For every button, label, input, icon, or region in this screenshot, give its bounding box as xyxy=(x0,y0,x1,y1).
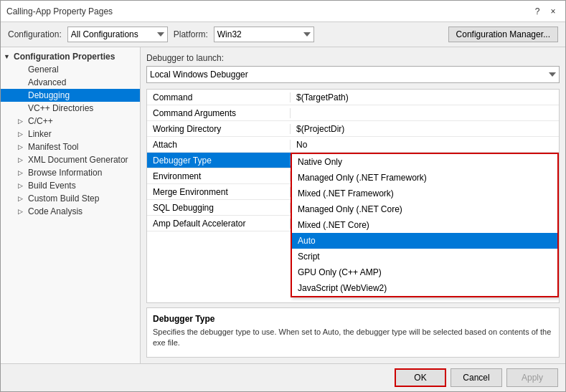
dropdown-option-auto[interactable]: Auto xyxy=(292,233,557,249)
right-panel: Debugger to launch: Local Windows Debugg… xyxy=(141,47,565,363)
prop-val: No xyxy=(291,140,559,150)
title-bar-controls: ? × xyxy=(531,5,560,18)
prop-val: $(TargetPath) xyxy=(291,92,559,102)
expand-arrow: ▷ xyxy=(18,118,28,125)
platform-select[interactable]: Win32 xyxy=(214,27,314,42)
dropdown-option-native-only[interactable]: Native Only xyxy=(292,154,557,170)
title-bar: Calling-App Property Pages ? × xyxy=(1,1,565,22)
sidebar-item-label: C/C++ xyxy=(28,116,53,126)
dropdown-option-javascript-webview2[interactable]: JavaScript (WebView2) xyxy=(292,280,557,296)
sidebar-item-label: General xyxy=(28,64,59,75)
prop-val: $(ProjectDir) xyxy=(291,124,559,134)
prop-key: SQL Debugging xyxy=(147,203,291,213)
prop-key: Command xyxy=(147,92,291,102)
sidebar-item-code-analysis[interactable]: ▷ Code Analysis xyxy=(1,205,140,218)
table-row[interactable]: Attach No xyxy=(147,137,559,153)
help-button[interactable]: ? xyxy=(531,5,544,18)
sidebar-item-label: Code Analysis xyxy=(28,206,82,216)
sidebar-item-linker[interactable]: ▷ Linker xyxy=(1,128,140,140)
sidebar-item-label: Manifest Tool xyxy=(28,142,78,152)
sidebar: ▼ Configuration Properties General Advan… xyxy=(1,47,141,363)
expand-arrow: ▷ xyxy=(18,208,28,215)
dialog-title: Calling-App Property Pages xyxy=(6,6,113,16)
prop-key: Debugger Type xyxy=(147,156,291,166)
dropdown-option-managed-net-framework[interactable]: Managed Only (.NET Framework) xyxy=(292,170,557,186)
dropdown-option-gpu-only[interactable]: GPU Only (C++ AMP) xyxy=(292,264,557,280)
dropdown-option-mixed-net-framework[interactable]: Mixed (.NET Framework) xyxy=(292,186,557,201)
debugger-launch-select[interactable]: Local Windows Debugger xyxy=(146,66,560,83)
close-button[interactable]: × xyxy=(547,5,560,18)
table-row[interactable]: Command $(TargetPath) xyxy=(147,90,559,105)
sidebar-item-manifest-tool[interactable]: ▷ Manifest Tool xyxy=(1,140,140,153)
prop-key: Attach xyxy=(147,140,291,150)
prop-key: Environment xyxy=(147,171,291,181)
sidebar-item-label: Configuration Properties xyxy=(14,52,115,62)
desc-text: Specifies the debugger type to use. When… xyxy=(153,327,553,349)
dropdown-option-managed-net-core[interactable]: Managed Only (.NET Core) xyxy=(292,201,557,217)
expand-arrow: ▷ xyxy=(18,169,28,176)
description-panel: Debugger Type Specifies the debugger typ… xyxy=(146,307,560,358)
expand-arrow: ▷ xyxy=(18,143,28,150)
prop-key: Working Directory xyxy=(147,124,291,134)
debugger-launch-label: Debugger to launch: xyxy=(146,53,560,63)
bottom-bar: OK Cancel Apply xyxy=(1,363,565,391)
sidebar-item-label: Custom Build Step xyxy=(28,193,99,204)
sidebar-item-label: Linker xyxy=(28,129,52,139)
sidebar-item-build-events[interactable]: ▷ Build Events xyxy=(1,179,140,192)
sidebar-item-general[interactable]: General xyxy=(1,63,140,76)
sidebar-item-browse-info[interactable]: ▷ Browse Information xyxy=(1,166,140,179)
table-row[interactable]: Working Directory $(ProjectDir) xyxy=(147,121,559,137)
desc-title: Debugger Type xyxy=(153,314,553,324)
properties-table: Command $(TargetPath) Command Arguments … xyxy=(146,89,560,303)
expand-arrow: ▷ xyxy=(18,130,28,138)
dropdown-option-script[interactable]: Script xyxy=(292,249,557,264)
config-bar: Configuration: All Configurations Platfo… xyxy=(1,22,565,47)
expand-arrow: ▷ xyxy=(18,195,28,202)
expand-arrow: ▼ xyxy=(4,53,14,60)
main-content: ▼ Configuration Properties General Advan… xyxy=(1,47,565,363)
expand-arrow: ▷ xyxy=(18,182,28,189)
prop-key: Merge Environment xyxy=(147,187,291,197)
table-row[interactable]: Command Arguments xyxy=(147,105,559,121)
cancel-button[interactable]: Cancel xyxy=(451,368,502,387)
sidebar-item-advanced[interactable]: Advanced xyxy=(1,76,140,89)
configuration-select[interactable]: All Configurations xyxy=(67,27,168,42)
sidebar-item-label: Browse Information xyxy=(28,168,102,178)
sidebar-item-c-cpp[interactable]: ▷ C/C++ xyxy=(1,115,140,128)
sidebar-item-xml-doc-generator[interactable]: ▷ XML Document Generator xyxy=(1,153,140,166)
sidebar-item-label: Debugging xyxy=(28,90,70,100)
dropdown-option-mixed-net-core[interactable]: Mixed (.NET Core) xyxy=(292,217,557,233)
apply-button[interactable]: Apply xyxy=(506,368,558,387)
sidebar-item-label: VC++ Directories xyxy=(28,103,93,113)
sidebar-item-label: Build Events xyxy=(28,181,76,191)
platform-label: Platform: xyxy=(174,29,208,39)
debugger-type-dropdown: Native Only Managed Only (.NET Framework… xyxy=(291,153,559,297)
sidebar-item-config-properties[interactable]: ▼ Configuration Properties xyxy=(1,50,140,63)
prop-key: Command Arguments xyxy=(147,108,291,118)
dialog: Calling-App Property Pages ? × Configura… xyxy=(0,0,566,392)
sidebar-item-label: Advanced xyxy=(28,77,66,87)
expand-arrow: ▷ xyxy=(18,156,28,163)
config-manager-button[interactable]: Configuration Manager... xyxy=(448,27,558,42)
config-label: Configuration: xyxy=(8,29,62,39)
sidebar-item-debugging[interactable]: Debugging xyxy=(1,89,140,102)
sidebar-item-custom-build-step[interactable]: ▷ Custom Build Step xyxy=(1,192,140,205)
prop-key: Amp Default Accelerator xyxy=(147,219,291,229)
sidebar-item-label: XML Document Generator xyxy=(28,155,128,165)
ok-button[interactable]: OK xyxy=(395,368,446,387)
sidebar-item-vc-directories[interactable]: VC++ Directories xyxy=(1,102,140,115)
